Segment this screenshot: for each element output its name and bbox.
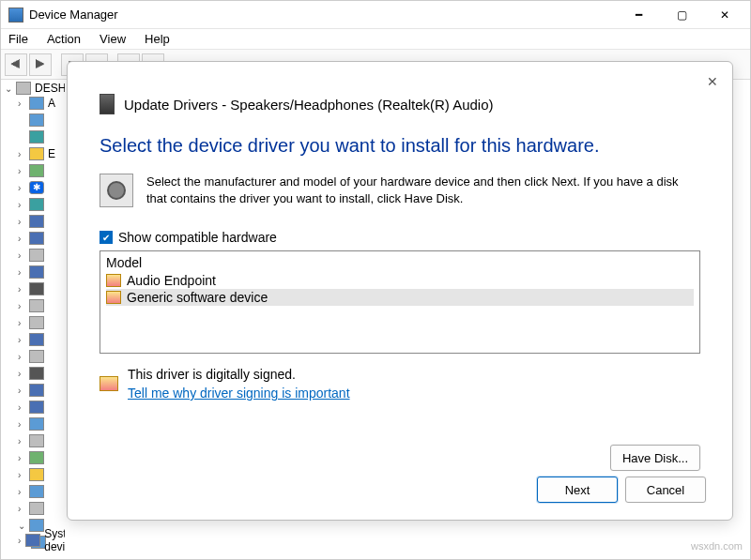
menu-view[interactable]: View: [96, 30, 130, 48]
device-icon: [29, 114, 44, 127]
network-icon: [29, 401, 44, 414]
mouse-icon: [29, 367, 44, 380]
menubar: File Action View Help: [1, 29, 750, 50]
system-icon: [25, 534, 40, 547]
menu-help[interactable]: Help: [141, 30, 174, 48]
device-tree[interactable]: ⌄ DESH ›A ›E › ›✱ › › › › › › › › › › › …: [5, 82, 65, 555]
device-icon: [29, 502, 44, 515]
model-item-selected[interactable]: Generic software device: [106, 289, 694, 306]
hid-icon: [29, 316, 44, 329]
checkbox-icon[interactable]: ✔: [100, 231, 113, 244]
model-item[interactable]: Audio Endpoint: [106, 272, 694, 289]
show-compatible-label: Show compatible hardware: [118, 230, 277, 245]
tree-root[interactable]: ⌄ DESH: [5, 82, 65, 95]
device-icon: [100, 94, 115, 114]
update-drivers-dialog: ✕ Update Drivers - Speakers/Headphones (…: [67, 61, 733, 521]
camera-icon: [29, 198, 44, 211]
app-icon: [8, 8, 23, 23]
device-icon: [29, 215, 44, 228]
model-column-header: Model: [106, 255, 694, 272]
back-button[interactable]: ⯇: [5, 53, 27, 76]
tree-item-label: System devices: [44, 527, 65, 553]
cancel-button[interactable]: Cancel: [625, 477, 706, 503]
tree-root-label: DESH: [35, 82, 65, 95]
tree-row[interactable]: › System devices: [18, 527, 65, 553]
forward-button[interactable]: ⯈: [29, 53, 52, 76]
signed-driver-icon: [106, 274, 121, 287]
caret-icon: ⌄: [5, 83, 12, 94]
next-button[interactable]: Next: [537, 477, 618, 503]
device-icon: [29, 468, 44, 481]
model-item-label: Audio Endpoint: [127, 273, 216, 288]
battery-icon: [29, 147, 44, 160]
titlebar: Device Manager ━ ▢ ✕: [1, 1, 750, 29]
disk-icon: [29, 249, 44, 262]
dialog-info-row: Select the manufacturer and model of you…: [68, 157, 732, 207]
processor-icon: [29, 451, 44, 464]
device-icon: [29, 232, 44, 245]
device-icon: [29, 417, 44, 431]
device-icon: [29, 164, 44, 177]
signed-driver-icon: [106, 291, 121, 304]
minimize-button[interactable]: ━: [617, 1, 660, 29]
device-icon: [29, 485, 44, 498]
tree-item-label: E: [48, 147, 55, 160]
computer-icon: [16, 82, 31, 95]
certificate-icon: [100, 376, 118, 391]
device-icon: [29, 130, 44, 144]
watermark: wsxdn.com: [691, 540, 743, 552]
show-compatible-row[interactable]: ✔ Show compatible hardware: [68, 207, 732, 250]
menu-file[interactable]: File: [5, 30, 32, 48]
driver-signing-link[interactable]: Tell me why driver signing is important: [128, 386, 350, 401]
model-item-label: Generic software device: [127, 290, 268, 305]
driver-signed-text: This driver is digitally signed.: [128, 367, 350, 382]
window-title: Device Manager: [29, 8, 617, 22]
print-icon: [29, 434, 44, 447]
keyboard-icon: [29, 350, 44, 363]
have-disk-button[interactable]: Have Disk...: [610, 445, 700, 471]
device-icon: [29, 333, 44, 346]
model-list[interactable]: Model Audio Endpoint Generic software de…: [100, 250, 700, 354]
device-manager-window: Device Manager ━ ▢ ✕ File Action View He…: [0, 0, 751, 560]
monitor-icon: [29, 384, 44, 397]
maximize-button[interactable]: ▢: [660, 1, 703, 29]
device-icon: [29, 299, 44, 312]
driver-disk-icon: [100, 174, 133, 207]
dialog-info-text: Select the manufacturer and model of you…: [146, 174, 700, 207]
dialog-header-text: Update Drivers - Speakers/Headphones (Re…: [124, 97, 494, 113]
tree-item-label: A: [48, 97, 55, 110]
driver-signed-row: This driver is digitally signed. Tell me…: [68, 354, 732, 401]
display-icon: [29, 265, 44, 279]
bluetooth-icon: ✱: [29, 181, 44, 194]
dialog-header: Update Drivers - Speakers/Headphones (Re…: [68, 62, 732, 114]
close-dialog-button[interactable]: ✕: [702, 71, 723, 92]
menu-action[interactable]: Action: [43, 30, 84, 48]
device-icon: [29, 282, 44, 295]
close-window-button[interactable]: ✕: [703, 1, 746, 29]
device-icon: [29, 97, 44, 110]
dialog-title: Select the device driver you want to ins…: [68, 114, 732, 157]
